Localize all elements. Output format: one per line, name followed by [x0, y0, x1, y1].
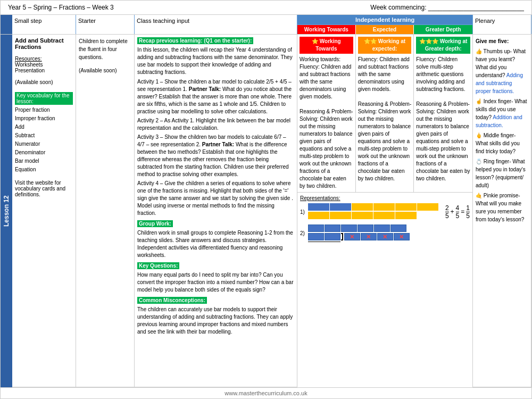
misconceptions-text: The children can accurately use bar mode…	[137, 306, 294, 336]
greater-depth-content: ⭐⭐⭐ Working at Greater depth: Fluency: C…	[414, 35, 472, 192]
vocab-label: Key vocabulary for the lesson:	[15, 92, 73, 105]
fraction-equation-1: 2 5 + 4 5 = 1	[445, 204, 470, 220]
representations-label: Representations:	[300, 195, 470, 201]
independent-col: ⭐ Working Towards Working towards: Fluen…	[297, 35, 473, 387]
exp-reasoning: Reasoning & Problem-Solving: Children wo…	[358, 101, 412, 182]
plenary-link1: Adding and subtracting proper fractions.	[476, 72, 523, 94]
rep2: 2)	[300, 225, 470, 242]
teaching-intro: In this lesson, the children will recap …	[137, 46, 294, 76]
gd-fluency: Fluency: Children solve multi-step arith…	[416, 56, 470, 93]
plenary-thumb: 👍 Thumbs up- What have you learnt? What …	[476, 47, 528, 95]
working-towards-badge: ⭐ Working Towards	[300, 37, 353, 54]
expected-content: ⭐⭐ Working at expected: Fluency: Childre…	[356, 35, 414, 192]
top-bar: Year 5 – Spring – Fractions – Week 3 Wee…	[1, 1, 531, 15]
footer: www.masterthecurriculum.co.uk	[1, 387, 531, 398]
vocab-list: Proper fraction Improper fraction Add Su…	[15, 106, 73, 174]
rep2-label: 2)	[300, 230, 305, 236]
group-work-text: Children work in small groups to complet…	[137, 229, 294, 259]
lesson-title: Year 5 – Spring – Fractions – Week 3	[8, 4, 114, 11]
col-header-teaching: Class teaching input	[135, 15, 297, 34]
starter-available: (Available soon)	[79, 68, 131, 73]
starter-text: Children to complete the fluent in four …	[79, 37, 131, 61]
plenary-pinkie: 🤙 Pinkie promise- What will you make sur…	[476, 192, 528, 223]
small-step-col: Add and Subtract Fractions Resources: Wo…	[12, 35, 76, 387]
plenary-index: ☝ Index finger- What skills did you use …	[476, 97, 528, 129]
representations-section: Representations: 1)	[297, 193, 472, 387]
teaching-col: Recap previous learning: (Q1 on the star…	[135, 35, 297, 387]
greater-depth-badge: ⭐⭐⭐ Working at Greater depth:	[416, 37, 470, 54]
group-work-label: Group Work:	[137, 220, 173, 227]
key-questions-text: How many equal parts do I need to split …	[137, 271, 294, 294]
plenary-ring: 💍 Ring finger- What helped you in today'…	[476, 157, 528, 189]
starter-col: Children to complete the fluent in four …	[76, 35, 135, 387]
exp-fluency: Fluency: Children add and subtract fract…	[358, 56, 412, 93]
wt-reasoning: Reasoning & Problem-Solving: Children wo…	[300, 108, 353, 190]
col-header-starter: Starter	[76, 15, 135, 34]
expected-badge: ⭐⭐ Working at expected:	[358, 37, 412, 54]
col-header-small-step: Small step	[12, 15, 76, 34]
col-header-greater-depth: Greater Depth	[414, 25, 472, 34]
rep1: 1)	[300, 203, 470, 220]
activity2: Activity 2 – As Activity 1. Highlight th…	[137, 117, 294, 132]
activity4: Activity 4 – Give the children a series …	[137, 180, 294, 217]
small-step-title: Add and Subtract Fractions	[15, 37, 73, 50]
key-questions-label: Key Questions:	[137, 262, 179, 269]
resources-text: WorksheetsPresentation	[15, 62, 73, 73]
resources-label: Resources:	[15, 56, 73, 62]
recap-label: Recap previous learning: (Q1 on the star…	[137, 37, 253, 44]
activity1: Activity 1 – Show the children a bar mod…	[137, 78, 294, 115]
misconceptions-label: Common Misconceptions:	[137, 297, 207, 304]
col-header-expected: Expected	[356, 25, 414, 34]
plenary-col: Give me five: 👍 Thumbs up- What have you…	[473, 35, 531, 387]
col-header-plenary: Plenary	[473, 15, 531, 34]
col-header-working-towards: Working Towards	[297, 25, 356, 34]
rep1-label: 1)	[300, 209, 305, 215]
activity3: Activity 3 – Show the children two bar m…	[137, 134, 294, 178]
footer-url: www.masterthecurriculum.co.uk	[225, 390, 307, 396]
lesson-number: Lesson 12	[1, 35, 12, 387]
available-text: (Available soon)	[15, 79, 73, 85]
gd-reasoning: Reasoning & Problem-Solving: Children wo…	[416, 101, 470, 182]
week-commencing: Week commencing: _______________________…	[370, 4, 524, 11]
working-towards-content: ⭐ Working Towards Working towards: Fluen…	[297, 35, 356, 192]
wt-fluency: Working towards: Fluency: Children add a…	[300, 56, 353, 101]
col-header-independent: Independent learning	[297, 15, 472, 25]
plenary-middle: 🖕 Middle finger- What skills did you fin…	[476, 131, 528, 155]
plenary-intro: Give me five:	[476, 37, 528, 45]
visit-text: Visit the website for vocabulary cards a…	[15, 180, 73, 197]
plenary-link2: Addition and subtraction.	[476, 114, 522, 128]
